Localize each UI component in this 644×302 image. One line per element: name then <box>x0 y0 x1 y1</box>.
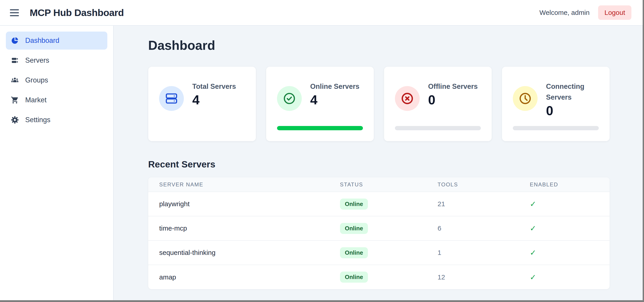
progress-bar <box>395 126 481 130</box>
server-name-cell: sequential-thinking <box>159 249 216 256</box>
progress-bar <box>277 126 363 130</box>
recent-servers-table: SERVER NAME STATUS TOOLS ENABLED playwri… <box>148 177 610 289</box>
sidebar-item-label: Market <box>25 96 46 104</box>
tools-count-cell: 1 <box>438 249 442 256</box>
stat-card-online-servers: Online Servers 4 <box>266 67 374 141</box>
stat-card-value: 4 <box>192 93 236 106</box>
server-name-cell: playwright <box>159 200 190 208</box>
table-row: amap Online 12 ✓ <box>148 265 610 289</box>
tools-count-cell: 6 <box>438 224 442 232</box>
sidebar-item-market[interactable]: Market <box>6 91 107 109</box>
logout-button[interactable]: Logout <box>598 6 632 20</box>
page-title: Dashboard <box>148 38 610 53</box>
column-header-status: STATUS <box>329 177 427 192</box>
column-header-server-name: SERVER NAME <box>148 177 329 192</box>
status-badge: Online <box>340 223 368 234</box>
server-icon <box>159 86 184 111</box>
main-content: Dashboard Total Servers 4 <box>114 26 644 301</box>
sidebar: Dashboard Servers Groups Market <box>0 26 114 301</box>
column-header-tools: TOOLS <box>427 177 519 192</box>
x-circle-icon <box>395 86 420 111</box>
pie-chart-icon <box>11 37 19 45</box>
sidebar-item-groups[interactable]: Groups <box>6 71 107 89</box>
table-header-row: SERVER NAME STATUS TOOLS ENABLED <box>148 177 610 192</box>
server-name-cell: time-mcp <box>159 224 187 232</box>
stat-card-connecting-servers: Connecting Servers 0 <box>502 67 610 141</box>
table-row: time-mcp Online 6 ✓ <box>148 216 610 240</box>
progress-bar <box>513 126 599 130</box>
recent-servers-title: Recent Servers <box>148 159 610 170</box>
table-row: playwright Online 21 ✓ <box>148 192 610 216</box>
sidebar-item-label: Dashboard <box>25 37 60 45</box>
server-stack-icon <box>11 56 19 64</box>
sidebar-item-label: Groups <box>25 76 48 84</box>
sidebar-item-label: Servers <box>25 56 49 64</box>
app-title: MCP Hub Dashboard <box>30 7 124 18</box>
enabled-check-icon: ✓ <box>530 248 536 257</box>
stat-cards-row: Total Servers 4 Online Servers 4 <box>148 67 610 141</box>
stat-card-title: Connecting Servers <box>546 81 599 103</box>
enabled-check-icon: ✓ <box>530 273 536 281</box>
enabled-check-icon: ✓ <box>530 200 536 208</box>
column-header-enabled: ENABLED <box>519 177 610 192</box>
sidebar-item-settings[interactable]: Settings <box>6 111 107 129</box>
status-badge: Online <box>340 247 368 258</box>
users-icon <box>11 76 19 84</box>
app-header: MCP Hub Dashboard Welcome, admin Logout <box>0 0 644 26</box>
stat-card-title: Online Servers <box>310 81 360 92</box>
stat-card-value: 4 <box>310 93 360 106</box>
stat-card-title: Offline Servers <box>428 81 478 92</box>
sidebar-item-dashboard[interactable]: Dashboard <box>6 32 107 50</box>
tools-count-cell: 12 <box>438 273 445 281</box>
stat-card-offline-servers: Offline Servers 0 <box>384 67 492 141</box>
stat-card-value: 0 <box>546 104 599 117</box>
status-badge: Online <box>340 199 368 210</box>
gear-icon <box>11 116 19 124</box>
sidebar-item-servers[interactable]: Servers <box>6 51 107 69</box>
stat-card-value: 0 <box>428 93 478 106</box>
horizontal-scrollbar[interactable] <box>0 300 644 302</box>
tools-count-cell: 21 <box>438 200 445 208</box>
shopping-cart-icon <box>11 96 19 104</box>
server-name-cell: amap <box>159 273 176 281</box>
vertical-scrollbar[interactable] <box>643 0 644 302</box>
status-badge: Online <box>340 271 368 283</box>
check-circle-icon <box>277 86 302 111</box>
table-row: sequential-thinking Online 1 ✓ <box>148 240 610 265</box>
enabled-check-icon: ✓ <box>530 224 536 233</box>
welcome-text: Welcome, admin <box>539 9 590 17</box>
stat-card-title: Total Servers <box>192 81 236 92</box>
clock-icon <box>513 86 538 111</box>
stat-card-total-servers: Total Servers 4 <box>148 67 256 141</box>
hamburger-menu-icon[interactable] <box>10 9 19 16</box>
sidebar-item-label: Settings <box>25 116 50 124</box>
